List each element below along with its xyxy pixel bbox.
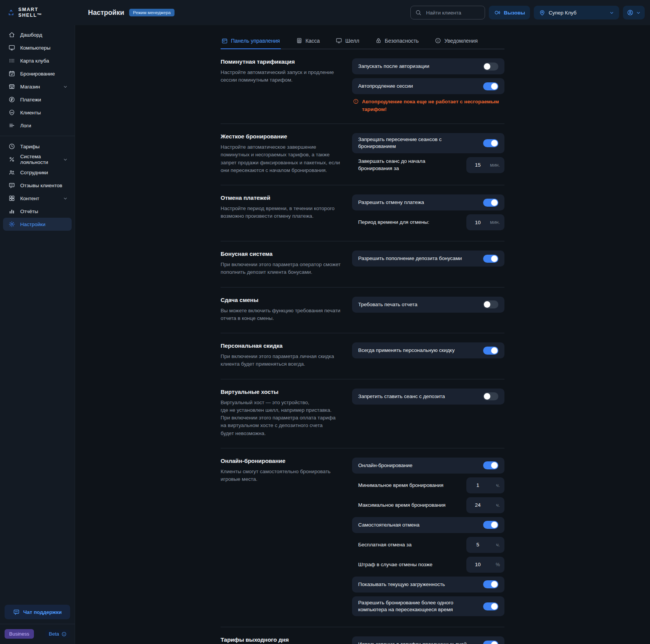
unit-label: ч. — [496, 483, 500, 488]
sidebar-nav: ДашбордКомпьютерыКарта клубаБронирование… — [0, 28, 75, 231]
business-badge: Business — [5, 629, 34, 639]
sidebar-item-label: Дашборд — [20, 32, 42, 38]
number-input-box: мин. — [466, 157, 504, 173]
sidebar-item-label: Отзывы клиентов — [20, 183, 62, 188]
number-input[interactable] — [471, 482, 485, 488]
header: SMART SHELL™ Настройки Режим менеджера В… — [0, 0, 650, 25]
club-selector[interactable]: Супер Клуб — [534, 6, 619, 19]
monitor-icon — [8, 44, 15, 51]
toggle-switch[interactable] — [483, 255, 498, 263]
tab-label: Шелл — [345, 38, 359, 44]
number-input[interactable] — [471, 562, 485, 567]
tab-notifications[interactable]: Уведомления — [434, 37, 479, 49]
number-input[interactable] — [471, 220, 485, 225]
sidebar-item-dashboard[interactable]: Дашборд — [3, 28, 72, 41]
tab-shell[interactable]: Шелл — [335, 37, 360, 49]
setting-toggle-row: Всегда применять персональную скидку — [352, 342, 504, 358]
sidebar-item-payments[interactable]: Платежи — [3, 93, 72, 106]
toggle-knob — [491, 462, 498, 469]
toggle-switch[interactable] — [483, 300, 498, 308]
number-input[interactable] — [471, 162, 485, 168]
section-controls: Требовать печать отчета — [352, 297, 504, 323]
sidebar-item-logs[interactable]: Логи — [3, 119, 72, 132]
section-shift-handover: Сдача смены Вы можете включить функцию т… — [221, 287, 504, 333]
lock-icon — [375, 37, 382, 44]
sidebar-item-label: Платежи — [20, 97, 41, 103]
sidebar-item-reports[interactable]: Отчёты — [3, 205, 72, 218]
logo-line2: SHELL™ — [18, 13, 42, 18]
search-icon — [415, 9, 422, 16]
setting-toggle-row: Запретить ставить сеанс с депозита — [352, 389, 504, 405]
setting-label: Минимальное время бронирования — [358, 482, 443, 489]
people-icon — [8, 169, 15, 176]
sidebar-item-computers[interactable]: Компьютеры — [3, 41, 72, 54]
number-input[interactable] — [471, 542, 485, 548]
section-payment-cancellation: Отмена платежей Настройте период времени… — [221, 185, 504, 241]
toggle-switch[interactable] — [483, 347, 498, 355]
calls-button[interactable]: Вызовы — [489, 6, 530, 19]
toggle-switch[interactable] — [483, 63, 498, 71]
section-title: Жесткое бронирование — [221, 133, 352, 140]
section-controls: Запускать после авторизации Автопродлени… — [352, 58, 504, 113]
toggle-switch[interactable] — [483, 521, 498, 529]
number-input-box: мин. — [466, 214, 504, 230]
sidebar-item-label: Настройки — [20, 222, 45, 227]
sidebar-item-reviews[interactable]: Отзывы клиентов — [3, 179, 72, 192]
user-menu[interactable] — [623, 6, 645, 19]
search-input[interactable] — [425, 10, 480, 16]
calendar-icon — [8, 70, 15, 77]
number-input[interactable] — [471, 502, 485, 508]
logo-text: SMART SHELL™ — [18, 7, 42, 18]
setting-label: Период времени для отмены: — [358, 219, 429, 226]
setting-number-row: Завершать сеанс до начала бронирования з… — [352, 157, 504, 173]
section-description: Настройте период времени, в течении кото… — [221, 205, 343, 220]
sidebar-item-shop[interactable]: Магазин — [3, 80, 72, 93]
support-chat-button[interactable]: Чат поддержки — [5, 605, 70, 619]
toggle-switch[interactable] — [483, 139, 498, 147]
setting-label: Запускать после авторизации — [358, 63, 429, 70]
section-info: Тарифы выходного дня При включении этой … — [221, 636, 352, 644]
toggle-switch[interactable] — [483, 580, 498, 588]
manager-mode-badge: Режим менеджера — [129, 9, 175, 16]
calls-icon — [494, 9, 501, 16]
toggle-switch[interactable] — [483, 82, 498, 90]
toggle-switch[interactable] — [483, 641, 498, 644]
sidebar-item-settings[interactable]: Настройки — [3, 218, 72, 231]
setting-label: Самостоятельная отмена — [358, 522, 419, 528]
setting-number-row: Минимальное время бронирования ч. — [352, 477, 504, 493]
sidebar-item-club-map[interactable]: Карта клуба — [3, 54, 72, 67]
toggle-switch[interactable] — [483, 199, 498, 207]
tab-control-panel[interactable]: Панель управления — [221, 37, 281, 49]
sidebar-item-clients[interactable]: Клиенты — [3, 106, 72, 119]
setting-number-row: Максимальное время бронирования ч. — [352, 497, 504, 513]
chat-icon — [8, 182, 15, 189]
setting-number-row: Период времени для отмены: мин. — [352, 214, 504, 230]
tab-cashdesk[interactable]: Касса — [295, 37, 321, 49]
sidebar-item-staff[interactable]: Сотрудники — [3, 166, 72, 179]
section-title: Бонусная система — [221, 251, 352, 257]
sidebar-item-label: Клиенты — [20, 110, 41, 116]
toggle-switch[interactable] — [483, 461, 498, 469]
sidebar-item-loyalty[interactable]: Система лояльности — [3, 153, 72, 166]
calls-label: Вызовы — [504, 10, 525, 16]
settings-tabs: Панель управленияКассаШеллБезопасностьУв… — [221, 37, 504, 49]
tab-security[interactable]: Безопасность — [375, 37, 419, 49]
section-info: Жесткое бронирование Настройте автоматич… — [221, 133, 352, 174]
toggle-knob — [491, 140, 498, 146]
sidebar-item-tariffs[interactable]: Тарифы — [3, 140, 72, 153]
page-title: Настройки — [88, 9, 124, 17]
sidebar-item-label: Логи — [20, 123, 31, 128]
search-box[interactable] — [410, 6, 485, 19]
app-root: SMART SHELL™ Настройки Режим менеджера В… — [0, 0, 650, 644]
section-description: Настройте автоматический запуск и продле… — [221, 69, 343, 84]
setting-toggle-row: Разрешить бронирование более одного комп… — [352, 596, 504, 616]
sidebar-item-label: Сотрудники — [20, 170, 48, 175]
title-wrap: Настройки Режим менеджера — [88, 9, 175, 17]
sidebar-item-booking[interactable]: Бронирование — [3, 67, 72, 80]
toggle-knob — [491, 83, 498, 90]
sidebar-item-label: Отчёты — [20, 209, 38, 214]
logo-line1: SMART — [18, 7, 42, 13]
toggle-switch[interactable] — [483, 392, 498, 400]
toggle-switch[interactable] — [483, 602, 498, 610]
sidebar-item-content[interactable]: Контент — [3, 192, 72, 205]
